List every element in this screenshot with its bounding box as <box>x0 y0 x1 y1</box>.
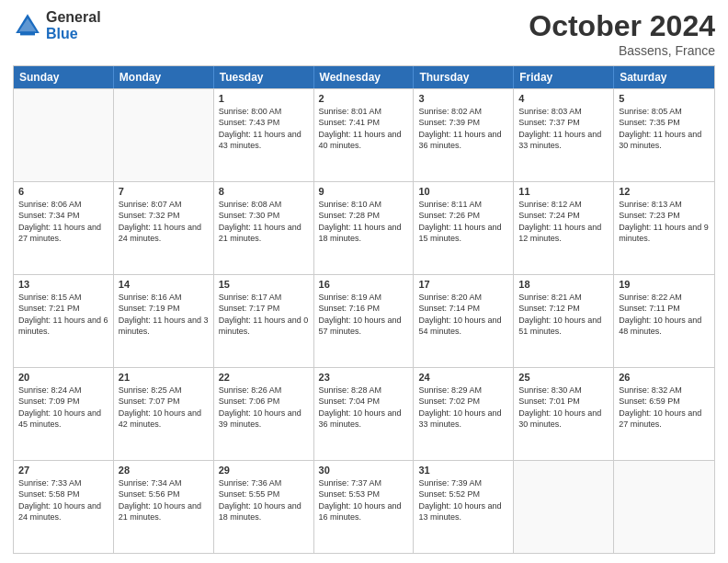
calendar-cell <box>514 461 614 553</box>
calendar-cell: 8Sunrise: 8:08 AM Sunset: 7:30 PM Daylig… <box>214 182 314 274</box>
header-day-friday: Friday <box>514 66 614 88</box>
title-block: October 2024 Bassens, France <box>529 9 715 58</box>
header-day-saturday: Saturday <box>614 66 714 88</box>
day-number: 2 <box>319 92 409 105</box>
day-number: 31 <box>418 464 508 477</box>
cell-info: Sunrise: 8:03 AM Sunset: 7:37 PM Dayligh… <box>518 106 609 151</box>
location: Bassens, France <box>529 43 715 58</box>
calendar-cell: 12Sunrise: 8:13 AM Sunset: 7:23 PM Dayli… <box>614 182 714 274</box>
page: General Blue October 2024 Bassens, Franc… <box>0 0 728 563</box>
day-number: 10 <box>418 185 508 198</box>
cell-info: Sunrise: 8:20 AM Sunset: 7:14 PM Dayligh… <box>418 292 508 337</box>
calendar-cell: 27Sunrise: 7:33 AM Sunset: 5:58 PM Dayli… <box>14 461 114 553</box>
cell-info: Sunrise: 8:17 AM Sunset: 7:17 PM Dayligh… <box>219 292 309 337</box>
day-number: 19 <box>619 278 710 291</box>
day-number: 17 <box>418 278 508 291</box>
cell-info: Sunrise: 8:00 AM Sunset: 7:43 PM Dayligh… <box>219 106 309 151</box>
calendar-cell: 2Sunrise: 8:01 AM Sunset: 7:41 PM Daylig… <box>314 89 415 181</box>
day-number: 5 <box>619 92 710 105</box>
cell-info: Sunrise: 8:24 AM Sunset: 7:09 PM Dayligh… <box>18 385 108 430</box>
day-number: 26 <box>619 371 710 384</box>
calendar-cell: 23Sunrise: 8:28 AM Sunset: 7:04 PM Dayli… <box>314 368 415 460</box>
day-number: 1 <box>219 92 309 105</box>
day-number: 8 <box>219 185 309 198</box>
calendar-cell: 19Sunrise: 8:22 AM Sunset: 7:11 PM Dayli… <box>614 275 714 367</box>
calendar-row: 1Sunrise: 8:00 AM Sunset: 7:43 PM Daylig… <box>14 88 714 181</box>
cell-info: Sunrise: 8:01 AM Sunset: 7:41 PM Dayligh… <box>319 106 409 151</box>
calendar-cell: 29Sunrise: 7:36 AM Sunset: 5:55 PM Dayli… <box>214 461 314 553</box>
svg-rect-2 <box>20 31 35 35</box>
cell-info: Sunrise: 8:25 AM Sunset: 7:07 PM Dayligh… <box>119 385 209 430</box>
cell-info: Sunrise: 7:36 AM Sunset: 5:55 PM Dayligh… <box>219 477 309 523</box>
cell-info: Sunrise: 8:12 AM Sunset: 7:24 PM Dayligh… <box>518 199 609 244</box>
calendar-cell: 25Sunrise: 8:30 AM Sunset: 7:01 PM Dayli… <box>514 368 614 460</box>
calendar-header: SundayMondayTuesdayWednesdayThursdayFrid… <box>14 66 714 88</box>
calendar-cell <box>614 461 714 553</box>
calendar-cell: 21Sunrise: 8:25 AM Sunset: 7:07 PM Dayli… <box>114 368 214 460</box>
day-number: 21 <box>119 371 209 384</box>
calendar-cell: 30Sunrise: 7:37 AM Sunset: 5:53 PM Dayli… <box>314 461 415 553</box>
calendar-cell: 4Sunrise: 8:03 AM Sunset: 7:37 PM Daylig… <box>514 89 614 181</box>
calendar-cell <box>114 89 214 181</box>
cell-info: Sunrise: 8:26 AM Sunset: 7:06 PM Dayligh… <box>219 385 309 430</box>
calendar-cell: 17Sunrise: 8:20 AM Sunset: 7:14 PM Dayli… <box>414 275 514 367</box>
calendar-cell: 16Sunrise: 8:19 AM Sunset: 7:16 PM Dayli… <box>314 275 415 367</box>
header-day-thursday: Thursday <box>414 66 514 88</box>
calendar-cell <box>14 89 114 181</box>
day-number: 22 <box>219 371 309 384</box>
calendar-row: 13Sunrise: 8:15 AM Sunset: 7:21 PM Dayli… <box>14 274 714 367</box>
cell-info: Sunrise: 8:29 AM Sunset: 7:02 PM Dayligh… <box>418 385 508 430</box>
cell-info: Sunrise: 8:11 AM Sunset: 7:26 PM Dayligh… <box>418 199 508 244</box>
header-day-sunday: Sunday <box>14 66 114 88</box>
cell-info: Sunrise: 7:39 AM Sunset: 5:52 PM Dayligh… <box>418 477 508 523</box>
cell-info: Sunrise: 8:30 AM Sunset: 7:01 PM Dayligh… <box>518 385 609 430</box>
day-number: 3 <box>418 92 508 105</box>
calendar-cell: 24Sunrise: 8:29 AM Sunset: 7:02 PM Dayli… <box>414 368 514 460</box>
day-number: 11 <box>518 185 609 198</box>
cell-info: Sunrise: 8:15 AM Sunset: 7:21 PM Dayligh… <box>18 292 108 337</box>
day-number: 25 <box>518 371 609 384</box>
calendar-cell: 11Sunrise: 8:12 AM Sunset: 7:24 PM Dayli… <box>514 182 614 274</box>
day-number: 30 <box>319 464 409 477</box>
calendar-cell: 14Sunrise: 8:16 AM Sunset: 7:19 PM Dayli… <box>114 275 214 367</box>
header-day-monday: Monday <box>114 66 214 88</box>
day-number: 16 <box>319 278 409 291</box>
day-number: 15 <box>219 278 309 291</box>
calendar-cell: 7Sunrise: 8:07 AM Sunset: 7:32 PM Daylig… <box>114 182 214 274</box>
day-number: 4 <box>518 92 609 105</box>
cell-info: Sunrise: 8:22 AM Sunset: 7:11 PM Dayligh… <box>619 292 710 337</box>
calendar-cell: 1Sunrise: 8:00 AM Sunset: 7:43 PM Daylig… <box>214 89 314 181</box>
calendar-cell: 18Sunrise: 8:21 AM Sunset: 7:12 PM Dayli… <box>514 275 614 367</box>
day-number: 29 <box>219 464 309 477</box>
calendar-cell: 28Sunrise: 7:34 AM Sunset: 5:56 PM Dayli… <box>114 461 214 553</box>
cell-info: Sunrise: 8:21 AM Sunset: 7:12 PM Dayligh… <box>518 292 609 337</box>
calendar-body: 1Sunrise: 8:00 AM Sunset: 7:43 PM Daylig… <box>14 88 714 553</box>
calendar-cell: 15Sunrise: 8:17 AM Sunset: 7:17 PM Dayli… <box>214 275 314 367</box>
day-number: 18 <box>518 278 609 291</box>
cell-info: Sunrise: 8:16 AM Sunset: 7:19 PM Dayligh… <box>119 292 209 337</box>
day-number: 23 <box>319 371 409 384</box>
logo-general: General <box>46 9 101 26</box>
calendar: SundayMondayTuesdayWednesdayThursdayFrid… <box>13 65 715 554</box>
cell-info: Sunrise: 8:28 AM Sunset: 7:04 PM Dayligh… <box>319 385 409 430</box>
day-number: 7 <box>119 185 209 198</box>
day-number: 20 <box>18 371 108 384</box>
logo-blue: Blue <box>46 26 101 42</box>
calendar-cell: 3Sunrise: 8:02 AM Sunset: 7:39 PM Daylig… <box>414 89 514 181</box>
logo-icon <box>13 11 42 40</box>
calendar-cell: 22Sunrise: 8:26 AM Sunset: 7:06 PM Dayli… <box>214 368 314 460</box>
day-number: 13 <box>18 278 108 291</box>
header-day-wednesday: Wednesday <box>314 66 415 88</box>
cell-info: Sunrise: 7:37 AM Sunset: 5:53 PM Dayligh… <box>319 477 409 523</box>
calendar-cell: 10Sunrise: 8:11 AM Sunset: 7:26 PM Dayli… <box>414 182 514 274</box>
calendar-row: 6Sunrise: 8:06 AM Sunset: 7:34 PM Daylig… <box>14 181 714 274</box>
cell-info: Sunrise: 7:34 AM Sunset: 5:56 PM Dayligh… <box>119 477 209 523</box>
calendar-cell: 26Sunrise: 8:32 AM Sunset: 6:59 PM Dayli… <box>614 368 714 460</box>
cell-info: Sunrise: 8:02 AM Sunset: 7:39 PM Dayligh… <box>418 106 508 151</box>
cell-info: Sunrise: 8:19 AM Sunset: 7:16 PM Dayligh… <box>319 292 409 337</box>
day-number: 14 <box>119 278 209 291</box>
day-number: 12 <box>619 185 710 198</box>
day-number: 9 <box>319 185 409 198</box>
cell-info: Sunrise: 8:07 AM Sunset: 7:32 PM Dayligh… <box>119 199 209 244</box>
day-number: 28 <box>119 464 209 477</box>
